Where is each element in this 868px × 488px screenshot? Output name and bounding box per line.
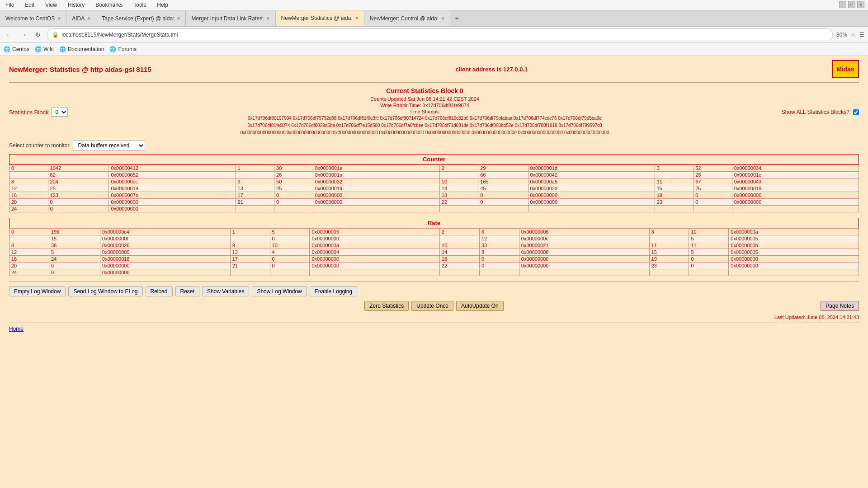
tab-tape[interactable]: Tape Service (Expert) @ aida: × (96, 10, 186, 26)
time-stamps-line2: 0x17d706df81fe9074 0x17d706df8029d5ba 0x… (241, 122, 609, 129)
midas-logo: Midas (832, 60, 859, 78)
bookmark-centos[interactable]: 🌐 Centos (4, 46, 29, 52)
bookmark-wiki[interactable]: 🌐 Wiki (35, 46, 54, 52)
table-row: 82040x000000cc 9500x00000032 101650x0000… (9, 178, 859, 185)
time-stamps-line3: 0x0000000000000000 0x0000000000000000 0x… (241, 130, 609, 136)
table-row: 12250x00000019 13250x00000019 14450x0000… (9, 185, 859, 192)
bookmark-documentation-label: Documentation (68, 46, 104, 52)
table-row: 150x0000000f 00x00000000 120x0000000c 50… (9, 235, 859, 242)
tab-tape-close[interactable]: × (177, 15, 180, 22)
page-content: NewMerger: Statistics @ http aidas-gsi 8… (0, 56, 868, 337)
zero-statistics-button[interactable]: Zero Statistics (364, 301, 409, 311)
bookmark-documentation[interactable]: 🌐 Documentation (59, 46, 104, 52)
table-row: 2400x00000000 (9, 206, 859, 212)
center-buttons: Zero Statistics Update Once AutoUpdate O… (364, 301, 503, 311)
tab-newmerger-stats[interactable]: NewMerger Statistics @ aida: × (276, 10, 364, 26)
write-rabbit-time: Write Rabbit Time: 0x17d706df81fe9074 (241, 103, 609, 108)
back-button[interactable]: ← (4, 29, 14, 40)
action-buttons-row: Empty Log Window Send Log Window to ELog… (9, 286, 859, 296)
maximize-button[interactable]: □ (848, 1, 855, 8)
update-once-button[interactable]: Update Once (411, 301, 453, 311)
select-counter-label: Select counter to monitor (9, 142, 69, 149)
bottom-row: Zero Statistics Update Once AutoUpdate O… (9, 301, 859, 311)
bookmark-centos-label: Centos (12, 46, 29, 52)
enable-logging-button[interactable]: Enable Logging (310, 286, 357, 296)
divider (9, 282, 859, 282)
tab-newmerger-stats-label: NewMerger Statistics @ aida: (281, 15, 353, 21)
stats-block-label: Statistics Block (9, 109, 48, 116)
zoom-level: 80% (836, 32, 847, 38)
select-counter-dropdown[interactable]: Data buffers received (73, 141, 145, 150)
url-bar[interactable]: 🔒 localhost:8115/NewMerger/Stats/MergeSt… (47, 28, 833, 41)
table-row: 1250x00000005 1340x00000004 1480x0000000… (9, 249, 859, 256)
tab-centos[interactable]: Welcome to CentOS × (0, 10, 66, 26)
page-notes-button[interactable]: Page Notes (821, 301, 859, 311)
tab-newmerger-stats-close[interactable]: × (355, 15, 359, 21)
table-row: 161230x0000007b 1700x00000000 1800x00000… (9, 192, 859, 199)
bookmark-forums-label: Forums (118, 46, 137, 52)
bookmark-star-icon[interactable]: ☆ (851, 32, 856, 38)
globe-icon-documentation: 🌐 (59, 46, 66, 52)
menu-file[interactable]: File (4, 1, 16, 9)
last-updated: Last Updated: June 08, 2024 14:21:43 (9, 314, 859, 320)
bookmark-forums[interactable]: 🌐 Forums (109, 46, 137, 52)
globe-icon-centos: 🌐 (4, 46, 10, 52)
stats-block-row: Statistics Block 0 Current Statistics Bl… (9, 87, 859, 137)
table-row: 2000x00000000 2100x00000000 2200x0000000… (9, 199, 859, 206)
table-row: 16240x00000018 1700x00000000 1800x000000… (9, 256, 859, 263)
tab-newmerger-control[interactable]: NewMerger: Control @ aida: × (364, 10, 450, 26)
tab-merger-input-label: Merger Input Data Link Rates: (191, 15, 264, 22)
bookmarks-bar: 🌐 Centos 🌐 Wiki 🌐 Documentation 🌐 Forums (0, 43, 868, 56)
send-log-button[interactable]: Send Log Window to ELog (68, 286, 142, 296)
menu-tools[interactable]: Tools (132, 1, 148, 9)
autoupdate-button[interactable]: AutoUpdate On (456, 301, 504, 311)
counter-section-header: Counter (9, 154, 859, 164)
menu-help[interactable]: Help (155, 1, 170, 9)
select-counter-row: Select counter to monitor Data buffers r… (9, 141, 859, 150)
tab-merger-input[interactable]: Merger Input Data Link Rates: × (186, 10, 275, 26)
table-row: 2400x00000000 (9, 269, 859, 276)
menu-bookmarks[interactable]: Bookmarks (94, 1, 124, 9)
table-row: 820x00000052 260x0000001a 660x00000042 2… (9, 172, 859, 178)
reset-button[interactable]: Reset (175, 286, 199, 296)
table-row: 2000x00000000 2100x00000000 2200x0000000… (9, 263, 859, 269)
bottom-divider (9, 323, 859, 323)
current-stats-title: Current Statistics Block 0 (241, 87, 609, 94)
menu-view[interactable]: View (43, 1, 59, 9)
menu-history[interactable]: History (66, 1, 86, 9)
time-stamps-label: Time Stamps: (241, 109, 609, 114)
minimize-button[interactable]: _ (839, 1, 846, 8)
table-row: 01960x000000c4 150x00000005 260x00000006… (9, 229, 859, 235)
stats-block-select[interactable]: 0 (51, 108, 68, 117)
table-row: 010420x00000412 1300x0000001e 2290x00000… (9, 165, 859, 172)
url-text: localhost:8115/NewMerger/Stats/MergeStat… (61, 32, 178, 38)
show-log-window-button[interactable]: Show Log Window (252, 286, 307, 296)
home-link[interactable]: Home (9, 326, 24, 332)
reload-button[interactable]: Reload (146, 286, 173, 296)
tab-newmerger-control-close[interactable]: × (441, 15, 444, 22)
globe-icon-wiki: 🌐 (35, 46, 42, 52)
empty-log-button[interactable]: Empty Log Window (9, 286, 66, 296)
menu-button[interactable]: ☰ (859, 32, 864, 38)
tab-aida-label: AIDA (72, 15, 85, 22)
show-all-checkbox[interactable] (853, 109, 859, 115)
forward-button[interactable]: → (18, 29, 29, 40)
tab-aida[interactable]: AIDA × (66, 10, 96, 26)
tab-merger-input-close[interactable]: × (267, 15, 270, 22)
tab-aida-close[interactable]: × (87, 15, 90, 22)
show-variables-button[interactable]: Show Variables (202, 286, 250, 296)
security-icon: 🔒 (52, 32, 59, 38)
time-stamps-line1: 0x17d706df80197904 0x17d706df79792d88 0x… (241, 115, 609, 122)
close-button[interactable]: × (857, 1, 864, 8)
counter-table: 010420x00000412 1300x0000001e 2290x00000… (9, 164, 859, 212)
tab-centos-close[interactable]: × (57, 15, 61, 22)
bookmark-wiki-label: Wiki (43, 46, 54, 52)
rate-table: 01960x000000c4 150x00000005 260x00000006… (9, 228, 859, 276)
reload-button[interactable]: ↻ (33, 29, 43, 40)
menu-edit[interactable]: Edit (23, 1, 36, 9)
page-title: NewMerger: Statistics @ http aidas-gsi 8… (9, 66, 151, 73)
table-row: 8380x00000026 9100x0000000a 10330x000000… (9, 242, 859, 249)
tab-tape-label: Tape Service (Expert) @ aida: (102, 15, 174, 22)
add-tab-button[interactable]: + (450, 10, 463, 26)
tab-centos-label: Welcome to CentOS (5, 15, 55, 22)
